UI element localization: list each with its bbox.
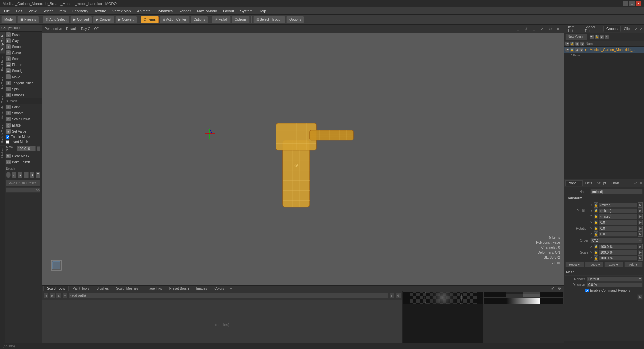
rot-y-expand[interactable]: ▶ — [638, 226, 643, 231]
minimize-button[interactable]: ─ — [623, 1, 628, 6]
nav-back[interactable]: ◀ — [43, 293, 49, 298]
scale-x-expand[interactable]: ▶ — [638, 244, 643, 249]
tool-spin[interactable]: ↻ Spin — [5, 86, 42, 92]
tool-flatten[interactable]: ▬ Flatten — [5, 62, 42, 68]
close-button[interactable]: ✕ — [636, 1, 641, 6]
brush-pen-icon[interactable]: ✦ — [30, 172, 35, 178]
file-filter-btn[interactable]: F — [389, 293, 395, 298]
toolbar-model[interactable]: Model — [1, 16, 16, 23]
brush-star-icon[interactable]: ★ — [18, 172, 22, 178]
maximize-button[interactable]: □ — [629, 1, 635, 6]
rot-y-input[interactable]: 0.0 ° — [599, 226, 637, 231]
scale-y-input[interactable]: 100.0 % — [599, 250, 637, 255]
tool-paint[interactable]: ✏ Paint — [5, 104, 42, 110]
gi-settings3-icon[interactable]: ⚙ — [579, 48, 583, 52]
order-dropdown[interactable]: XYZ ▼ — [590, 238, 643, 243]
invert-mask-checkbox[interactable] — [6, 140, 9, 144]
pos-x-input[interactable]: (mixed) — [599, 203, 637, 208]
header-settings2-icon[interactable]: ⚙ — [580, 42, 584, 46]
tab-add[interactable]: + — [228, 286, 234, 291]
mask-opacity-input[interactable] — [17, 146, 36, 151]
pos-z-lock[interactable]: 🔒 — [594, 214, 598, 219]
freeze-button[interactable]: Freeze ▼ — [585, 262, 604, 267]
scale-z-input[interactable]: 100.0 % — [599, 256, 637, 261]
group-add-icon[interactable]: + — [605, 35, 609, 39]
tool-scar[interactable]: ⌇ Scar — [5, 56, 42, 62]
tab-sculpt-tools[interactable]: Sculpt Tools — [43, 286, 69, 291]
expand-button[interactable]: >> — [6, 187, 40, 193]
menu-geometry[interactable]: Geometry — [69, 8, 91, 14]
toolbar-convert-2[interactable]: ▶ Convert — [93, 16, 114, 23]
toolbar-falloff[interactable]: ◎ Falloff — [212, 16, 231, 23]
vp-icon-settings[interactable]: ⚙ — [547, 26, 553, 32]
tab-vertex-map-tools[interactable]: Vertex Map Tools — [0, 93, 5, 122]
tool-erase[interactable]: ◻ Erase — [5, 122, 42, 128]
gi-grid2-icon[interactable]: ⊞ — [575, 48, 579, 52]
tab-groups[interactable]: Groups — [603, 26, 621, 32]
tool-bake-falloff[interactable]: ⬡ Bake Falloff — [5, 159, 42, 165]
menu-item[interactable]: Item — [56, 8, 68, 14]
tool-clear-mask[interactable]: 🗑 Clear Mask — [5, 153, 42, 159]
brush-dot-icon[interactable]: · — [24, 172, 29, 178]
menu-animate[interactable]: Animate — [134, 8, 153, 14]
toolbar-auto-select[interactable]: ⚙ Auto Select — [43, 16, 69, 23]
pos-y-input[interactable]: (mixed) — [599, 208, 637, 213]
tab-colors[interactable]: Colors — [211, 286, 227, 291]
tool-scale-down[interactable]: ⊟ Scale Down — [5, 116, 42, 122]
dissolve-value[interactable]: 0.0 % — [587, 282, 643, 287]
vp-icon-grid[interactable]: ⊞ — [515, 26, 521, 32]
expand-cmd-icon[interactable]: ▶ — [637, 294, 643, 300]
enable-mask-item[interactable]: Enable Mask — [5, 134, 42, 139]
tool-smooth-mask[interactable]: ⌇ Smooth — [5, 110, 42, 116]
tab-clips[interactable]: Clips — [621, 26, 634, 31]
tab-properties[interactable]: Prope ... — [565, 180, 583, 186]
group-item-main[interactable]: 👁 🔒 ⊞ ⚙ ▶ Medical_Carbon_Monoxide_... — [564, 47, 644, 53]
toolbar-action-center[interactable]: ⊕ Action Center — [160, 16, 190, 23]
tool-clay[interactable]: ◧ Clay — [5, 38, 42, 44]
tool-carve[interactable]: ✂ Carve — [5, 50, 42, 56]
tab-utilities[interactable]: Utilities — [0, 145, 5, 161]
rot-z-lock[interactable]: 🔒 — [594, 231, 598, 237]
gi-eye-icon[interactable]: 👁 — [565, 48, 569, 52]
pos-y-expand[interactable]: ▶ — [638, 208, 643, 213]
menu-render[interactable]: Render — [176, 8, 194, 14]
menu-file[interactable]: File — [1, 8, 13, 14]
toolbar-presets[interactable]: ▣ Presets — [17, 16, 39, 23]
enable-command-regions-row[interactable]: Enable Command Regions — [565, 288, 643, 293]
viewport-3d[interactable]: 5 Items Polygons : Face Channels : 0 Def… — [42, 33, 564, 285]
pos-z-expand[interactable]: ▶ — [638, 214, 643, 219]
vp-icon-refresh[interactable]: ↺ — [523, 26, 529, 32]
brush-circle-icon[interactable] — [6, 172, 11, 178]
menu-system[interactable]: System — [237, 8, 255, 14]
brush-text-icon[interactable]: T — [36, 172, 40, 178]
default-label[interactable]: Default — [66, 27, 77, 31]
ray-gl-label[interactable]: Ray GL: Off — [81, 27, 99, 31]
invert-mask-item[interactable]: Invert Mask — [5, 139, 42, 144]
tab-channels[interactable]: Chan ... — [609, 181, 625, 186]
gi-lock3-icon[interactable]: 🔒 — [570, 48, 574, 52]
group-settings-icon[interactable]: ⚙ — [600, 35, 604, 39]
menu-select[interactable]: Select — [40, 8, 55, 14]
toolbar-options-3[interactable]: Options — [286, 16, 304, 23]
new-group-button[interactable]: New Group — [565, 34, 587, 40]
toolbar-options-2[interactable]: Options — [232, 16, 249, 23]
tab-sculpt-meshes[interactable]: Sculpt Meshes — [113, 286, 142, 291]
tab-paint-tools[interactable]: Paint Tools — [0, 53, 5, 74]
tool-set-value[interactable]: ◼ Set Value — [5, 128, 42, 134]
reset-button[interactable]: Reset ▼ — [565, 262, 584, 267]
perspective-label[interactable]: Perspective — [45, 27, 62, 31]
menu-dynamics[interactable]: Dynamics — [154, 8, 175, 14]
rot-y-lock[interactable]: 🔒 — [594, 226, 598, 231]
menu-help[interactable]: Help — [256, 8, 269, 14]
toolbar-items[interactable]: ⬡ Items — [141, 16, 159, 23]
nav-up[interactable]: ▲ — [56, 293, 61, 298]
pos-x-lock[interactable]: 🔒 — [594, 202, 598, 208]
menu-texture[interactable]: Texture — [92, 8, 109, 14]
brush-round-icon[interactable]: ○ — [12, 172, 17, 178]
toolbar-convert-3[interactable]: ▶ Convert — [115, 16, 137, 23]
menu-edit[interactable]: Edit — [13, 8, 25, 14]
pos-z-input[interactable]: (mixed) — [599, 214, 637, 219]
nav-add[interactable]: + — [62, 293, 68, 298]
tab-item-list[interactable]: Item List — [565, 24, 581, 33]
save-brush-button[interactable]: Save Brush Preset... — [6, 180, 40, 186]
